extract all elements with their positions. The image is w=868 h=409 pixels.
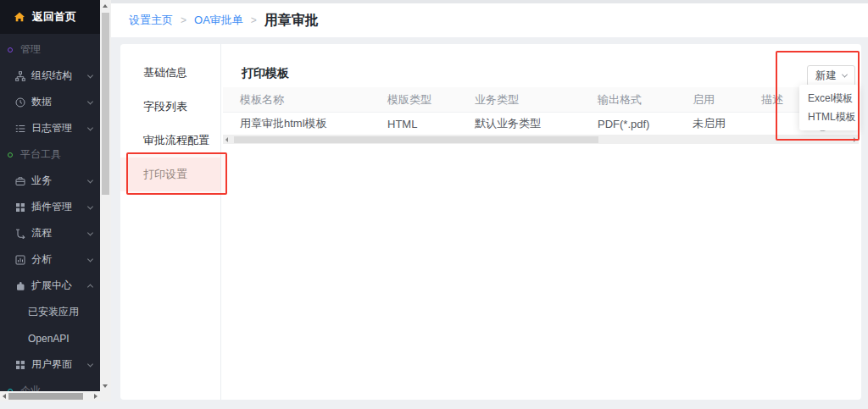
sidebar-vertical-scrollbar[interactable] [100,0,111,401]
sidebar-item-openapi[interactable]: OpenAPI [0,325,100,351]
breadcrumb-link-oa-form[interactable]: OA审批单 [194,13,243,28]
sidebar-item-label: 业务 [31,174,52,188]
breadcrumb-link-settings-home[interactable]: 设置主页 [129,13,173,28]
sidebar-item-label: OpenAPI [28,333,70,345]
sidebar-item-label: 用户界面 [31,357,72,372]
sidebar-home-label: 返回首页 [32,9,76,25]
sidebar-home-button[interactable]: 返回首页 [0,0,100,34]
column-header-description: 描述 [744,92,799,108]
scroll-left-arrow-icon[interactable] [225,137,228,142]
cell-template-name: 用章审批html模板 [223,116,370,131]
table-horizontal-scrollbar[interactable] [223,135,859,144]
chevron-down-icon [87,124,93,130]
chevron-down-icon [87,72,93,78]
sidebar-item-installed-apps[interactable]: 已安装应用 [0,299,100,325]
analysis-chart-icon [15,255,25,265]
scrollbar-thumb[interactable] [8,393,83,400]
flow-icon [15,229,25,239]
extension-icon [15,281,25,291]
sidebar-item-enterprise[interactable]: 企业 [0,378,100,391]
print-template-title: 打印模板 [242,66,289,81]
template-table-header: 模板名称 模版类型 业务类型 输出格式 启用 描述 [223,87,859,113]
sidebar-item-analysis[interactable]: 分析 [0,246,100,273]
column-header-enabled: 启用 [676,92,744,108]
sidebar-item-manage[interactable]: 管理 [0,36,100,63]
scroll-left-arrow-icon[interactable] [3,394,6,399]
tab-approval-flow-config[interactable]: 审批流程配置 [120,124,220,158]
table-row[interactable]: 用章审批html模板 HTML 默认业务类型 PDF(*.pdf) 未启用 [223,113,859,135]
chevron-down-icon [87,256,93,262]
sidebar-item-label: 扩展中心 [31,279,72,293]
page-title: 用章审批 [264,12,319,30]
main-sidebar: 返回首页 管理 组织结构 数据 [0,0,100,391]
settings-card: 基础信息 字段列表 审批流程配置 打印设置 打印模板 新建 模板名称 模版类型 … [120,44,861,400]
chevron-down-icon [87,229,93,235]
sidebar-item-data[interactable]: 数据 [0,89,100,115]
tab-print-settings[interactable]: 打印设置 [120,158,220,191]
sidebar-item-label: 管理 [20,42,41,57]
scroll-right-arrow-icon[interactable] [854,137,856,142]
sidebar-item-platform-tools[interactable]: 平台工具 [0,141,100,168]
sidebar-item-label: 流程 [31,226,52,240]
chevron-down-icon [87,361,93,367]
menu-item-excel-template[interactable]: Excel模板 [799,89,859,108]
clock-icon [15,97,25,108]
cell-enabled: 未启用 [676,116,744,131]
sidebar-item-label: 已安装应用 [28,305,79,319]
sidebar-item-label: 数据 [31,95,52,109]
column-header-template-type: 模版类型 [370,92,458,108]
sidebar-nav: 管理 组织结构 数据 [0,34,100,391]
tab-label: 打印设置 [143,167,187,182]
cell-output-format: PDF(*.pdf) [581,118,676,130]
sidebar-item-label: 分析 [31,252,52,267]
menu-item-html-template[interactable]: HTML模板 [799,108,859,126]
scroll-up-arrow-icon[interactable] [103,4,108,8]
plugin-grid-icon [15,202,25,213]
sidebar-item-log-management[interactable]: 日志管理 [0,115,100,141]
cell-template-type: HTML [370,118,458,130]
settings-tab-list: 基础信息 字段列表 审批流程配置 打印设置 [120,44,221,400]
circle-bullet-icon [8,47,13,53]
sidebar-item-user-interface[interactable]: 用户界面 [0,351,100,378]
chevron-down-icon [87,203,93,209]
column-header-business-type: 业务类型 [458,92,581,108]
scroll-down-arrow-icon[interactable] [103,384,108,388]
cell-business-type: 默认业务类型 [458,116,581,131]
sidebar-item-label: 企业 [20,384,41,391]
tab-basic-info[interactable]: 基础信息 [120,56,220,90]
home-icon [14,12,25,22]
new-button-label: 新建 [815,69,837,83]
log-list-icon [15,124,25,134]
tab-label: 字段列表 [143,99,187,114]
new-template-dropdown-menu: Excel模板 HTML模板 [799,85,859,130]
tab-field-list[interactable]: 字段列表 [120,90,220,124]
sitemap-icon [15,71,25,81]
tab-label: 基础信息 [143,65,187,80]
new-template-button[interactable]: 新建 [807,65,855,86]
sidebar-item-plugin-management[interactable]: 插件管理 [0,194,100,220]
chevron-up-icon [87,284,93,290]
tab-label: 审批流程配置 [143,133,209,148]
column-header-output-format: 输出格式 [581,92,676,108]
scrollbar-thumb[interactable] [234,136,598,143]
chevron-down-icon [87,177,93,183]
column-header-template-name: 模板名称 [223,92,370,108]
sidebar-item-process[interactable]: 流程 [0,220,100,246]
sidebar-item-label: 平台工具 [20,147,61,162]
sidebar-item-business[interactable]: 业务 [0,168,100,194]
scrollbar-thumb[interactable] [102,13,109,195]
chevron-down-icon [87,98,93,104]
ui-grid-icon [15,360,25,370]
sidebar-item-label: 组织结构 [31,69,72,83]
sidebar-item-label: 插件管理 [31,200,72,214]
circle-bullet-icon [8,152,13,158]
sidebar-horizontal-scrollbar[interactable] [0,391,100,401]
briefcase-icon [15,176,25,186]
breadcrumb-separator: > [251,14,257,26]
scroll-right-arrow-icon[interactable] [94,394,97,399]
breadcrumb: 设置主页 > OA审批单 > 用章审批 [111,3,868,37]
sidebar-item-extension-center[interactable]: 扩展中心 [0,273,100,299]
sidebar-item-label: 日志管理 [31,121,72,135]
sidebar-item-org-structure[interactable]: 组织结构 [0,63,100,89]
breadcrumb-separator: > [181,14,186,26]
